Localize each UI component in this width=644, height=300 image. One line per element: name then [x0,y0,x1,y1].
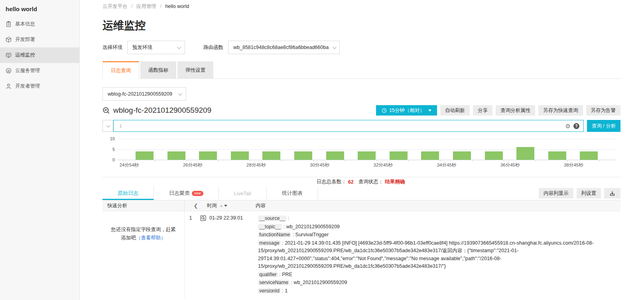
field-value: SurvivalTrigger [295,232,329,237]
x-axis-tick [472,160,473,161]
x-axis-tick-label: 38分45秒 [555,162,591,168]
query-collapse-button[interactable] [102,120,113,132]
histogram-bar[interactable] [485,151,503,160]
sidebar-item-label: 基本信息 [15,21,35,27]
tab-label: LiveTail [234,190,251,196]
chevron-down-icon [178,92,182,96]
histogram-bar[interactable] [136,151,154,160]
monitor-icon [6,52,12,58]
x-axis-tick-label: 26分45秒 [175,162,211,168]
content-column-display-button[interactable]: 内容列显示 [539,188,573,198]
env-select-label: 选择环境 [102,44,122,51]
logstore-select[interactable]: wblog-fc-2021012900559209 [102,87,186,101]
env-select-value: 预发环境 [132,44,152,51]
env-select[interactable]: 预发环境 [127,41,185,54]
field-value: 1 [285,288,288,294]
time-range-button[interactable]: 15分钟（相对） [376,105,437,116]
x-axis-tick [567,160,567,161]
query-input[interactable]: 1 ⚙ ? [113,120,584,132]
result-actions: 内容列显示 列设置 [536,188,620,198]
view-help-link[interactable]: （查看帮助） [136,235,166,241]
histogram-bar[interactable] [421,151,439,160]
tab-livetail[interactable]: LiveTail [219,186,267,200]
gridline [118,139,616,139]
log-total-label: 日志总条数： [317,178,347,185]
x-axis-tick [408,160,409,161]
sidebar-item-monitoring[interactable]: 运维监控 [0,47,79,63]
histogram-bar[interactable] [167,151,185,160]
row-content: __source__ : __topic__ : wb_202101290055… [258,215,620,295]
sort-asc-icon[interactable] [220,205,223,207]
histogram-bar[interactable] [580,151,598,160]
sort-desc-icon[interactable] [224,205,227,207]
x-axis-tick-label: 34分45秒 [429,162,465,168]
tab-label: 统计图表 [282,190,303,197]
x-axis-tick [218,160,219,161]
histogram-bar[interactable] [326,151,344,160]
histogram-bar[interactable] [548,151,566,160]
share-button[interactable]: 分享 [473,105,492,116]
save-alert-button[interactable]: 另存为告警 [586,105,621,116]
save-quick-query-button[interactable]: 另存为快速查询 [538,105,583,116]
column-settings-button[interactable]: 列设置 [577,188,601,198]
histogram-bar[interactable] [390,151,408,160]
x-axis-tick-label: 36分45秒 [492,162,528,168]
sidebar-item-label: 开发部署 [15,36,35,43]
query-analysis-props-button[interactable]: 查询分析属性 [496,105,535,116]
row-inspect-icon[interactable] [200,215,206,221]
histogram-bar[interactable] [231,151,249,160]
route-function-select[interactable]: wb_8581c948c8c68ae8cf86a6bbead660ba [228,41,340,54]
tab-function-metrics[interactable]: 函数指标 [140,61,176,79]
download-button[interactable] [604,188,620,198]
route-select-label: 路由函数 [203,44,223,51]
logstore-select-value: wblog-fc-2021012900559209 [108,91,172,97]
log-table-header: 快速分析 ❮ 时间 内容 [102,200,620,211]
log-row-1: 1 01-29 22:39:01 __source__ : __topic__ … [185,211,620,298]
histogram-bar[interactable] [262,151,280,160]
field-key[interactable]: __topic__ [258,224,282,229]
breadcrumb-item-app-management[interactable]: 应用管理 [136,4,156,9]
histogram-bar[interactable] [453,151,471,160]
x-axis-tick [440,160,441,161]
help-icon[interactable]: ? [573,123,579,129]
sidebar-item-developer[interactable]: 开发者管理 [0,78,79,94]
histogram-bar[interactable] [358,151,376,160]
breadcrumb-item-platform[interactable]: 云开发平台 [102,4,128,9]
sidebar-item-basic-info[interactable]: 基本信息 [0,16,79,32]
tab-elastic-settings[interactable]: 弹性设置 [177,61,213,79]
tab-log-clustering[interactable]: 日志聚类 new [154,186,219,200]
gear-icon[interactable]: ⚙ [565,123,571,129]
tab-label: 日志查询 [111,67,131,74]
field-key[interactable]: __source__ [258,216,286,221]
tab-log-query[interactable]: 日志查询 [102,61,139,79]
tab-label: 函数指标 [148,67,168,74]
field-key[interactable]: message [258,240,281,246]
tab-raw-logs[interactable]: 原始日志 [102,186,154,200]
field-key[interactable]: serviceName [258,280,290,285]
sidebar-item-cloud-service[interactable]: 云服务管理 [0,63,79,78]
histogram-bar[interactable] [294,151,312,160]
breadcrumb-separator: / [131,4,132,9]
row-time: 01-29 22:39:01 [209,215,258,295]
collapse-quick-analysis-icon[interactable]: ❮ [185,203,207,209]
field-key[interactable]: functionName [258,232,291,237]
filter-row: 选择环境 预发环境 路由函数 wb_8581c948c8c68ae8cf86a6… [102,41,620,54]
search-analyze-button[interactable]: 查询 / 分析 [587,120,620,132]
time-column-header[interactable]: 时间 [207,202,256,209]
query-line-number: 1 [114,124,126,129]
field-key[interactable]: versionId [258,288,281,294]
log-rows: 1 01-29 22:39:01 __source__ : __topic__ … [185,211,620,298]
auto-refresh-button[interactable]: 自动刷新 [440,105,470,116]
tab-statistics-chart[interactable]: 统计图表 [267,186,318,200]
sidebar-item-deploy[interactable]: 开发部署 [0,32,79,47]
histogram-bar[interactable] [199,151,217,160]
route-select-value: wb_8581c948c8c68ae8cf86a6bbead660ba [233,45,329,50]
histogram-bar[interactable] [516,147,534,160]
sidebar-nav: 基本信息 开发部署 运维监控 云服务管理 [0,16,79,94]
query-status-line: 日志总条数： 62 查询状态： 结果精确 [102,177,620,186]
sidebar-item-label: 运维监控 [15,52,35,59]
x-axis-tick [250,160,250,161]
x-axis-tick [536,160,536,161]
quick-analysis-empty-text: 添加吧 [121,235,136,241]
field-key[interactable]: qualifier [258,272,278,277]
